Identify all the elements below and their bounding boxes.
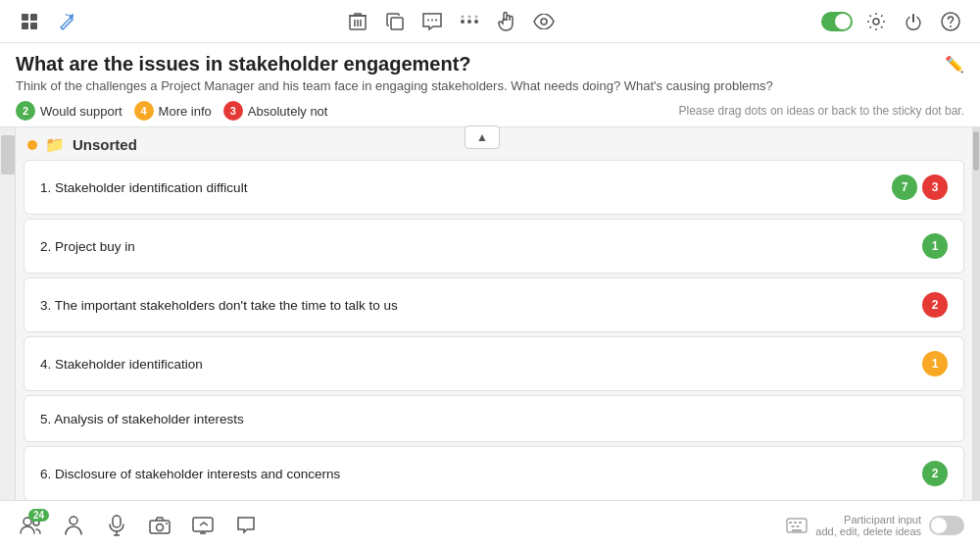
idea-card-1[interactable]: 1. Stakeholder identification difficult … — [24, 160, 964, 215]
svg-point-19 — [474, 20, 478, 24]
participant-input-toggle[interactable] — [929, 516, 964, 535]
svg-point-24 — [873, 19, 879, 25]
wand-icon[interactable] — [53, 8, 80, 35]
idea-badge-green-2: 1 — [922, 233, 948, 259]
mic-icon[interactable] — [102, 511, 131, 540]
copy-icon[interactable] — [381, 8, 409, 35]
toolbar-left — [16, 8, 80, 35]
svg-line-6 — [69, 15, 70, 17]
idea-card-3[interactable]: 3. The important stakeholders don't take… — [24, 277, 964, 332]
tag-dot-would-support: 2 — [16, 101, 35, 121]
grid-icon[interactable] — [16, 8, 43, 35]
svg-point-34 — [157, 524, 164, 530]
svg-point-23 — [541, 19, 547, 25]
question-title: What are the issues in stakeholder engag… — [16, 53, 471, 75]
svg-rect-45 — [792, 529, 802, 531]
idea-badge-green-1: 7 — [892, 175, 917, 200]
svg-rect-3 — [30, 23, 37, 29]
svg-rect-43 — [792, 525, 795, 527]
left-sidebar — [0, 127, 16, 506]
svg-rect-30 — [113, 516, 121, 527]
svg-rect-40 — [789, 522, 792, 524]
svg-point-22 — [475, 15, 478, 18]
active-toggle[interactable] — [821, 12, 853, 31]
svg-point-35 — [166, 523, 168, 524]
idea-badge-green-6: 2 — [922, 461, 948, 486]
tag-would-support[interactable]: 2 Would support — [16, 101, 122, 121]
idea-badge-red-3: 2 — [922, 292, 948, 318]
power-icon[interactable] — [900, 8, 927, 35]
svg-point-15 — [431, 19, 433, 21]
eye-icon[interactable] — [530, 8, 558, 35]
svg-rect-44 — [797, 525, 800, 527]
hand-icon[interactable] — [493, 8, 520, 35]
svg-point-17 — [461, 20, 465, 24]
question-title-row: What are the issues in stakeholder engag… — [16, 53, 964, 75]
svg-rect-41 — [794, 522, 797, 524]
svg-rect-1 — [30, 14, 37, 21]
idea-card-5[interactable]: 5. Analysis of stakeholder interests — [24, 395, 964, 442]
idea-text-6: 6. Disclosure of stakeholder interests a… — [40, 467, 340, 481]
tag-label-more-info: More info — [159, 104, 212, 119]
ideas-section: 📁 Unsorted 1. Stakeholder identification… — [16, 127, 972, 506]
main-content: 📁 Unsorted 1. Stakeholder identification… — [0, 127, 980, 506]
svg-rect-42 — [799, 522, 802, 524]
idea-badge-yellow-4: 1 — [922, 351, 948, 376]
section-dot — [27, 140, 37, 150]
toolbar-center — [344, 8, 558, 35]
drag-hint: Please drag dots on ideas or back to the… — [678, 104, 964, 118]
toggle-knob — [931, 518, 947, 533]
idea-badges-6: 2 — [922, 461, 948, 486]
tag-dot-more-info: 4 — [134, 101, 154, 121]
bottom-toolbar: 24 — [0, 500, 980, 549]
question-header: What are the issues in stakeholder engag… — [0, 43, 980, 127]
more-dots-icon[interactable] — [456, 8, 483, 35]
comment-icon[interactable] — [231, 511, 261, 540]
idea-card-2[interactable]: 2. Project buy in 1 — [24, 219, 964, 274]
idea-text-1: 1. Stakeholder identification difficult — [40, 180, 247, 195]
svg-point-26 — [950, 25, 952, 27]
help-icon[interactable] — [937, 8, 964, 35]
tag-label-would-support: Would support — [40, 104, 122, 119]
idea-text-4: 4. Stakeholder identification — [40, 357, 203, 372]
svg-point-18 — [467, 20, 471, 24]
idea-card-6[interactable]: 6. Disclosure of stakeholder interests a… — [24, 446, 964, 501]
question-tags-row: 2 Would support 4 More info 3 Absolutely… — [16, 101, 964, 121]
question-subtitle: Think of the challenges a Project Manage… — [16, 78, 964, 93]
camera-icon[interactable] — [145, 511, 174, 540]
top-toolbar — [0, 0, 980, 43]
toolbar-right — [821, 8, 964, 35]
svg-rect-13 — [391, 18, 403, 29]
idea-badges-3: 2 — [922, 292, 948, 318]
idea-text-3: 3. The important stakeholders don't take… — [40, 298, 398, 313]
chat-icon[interactable] — [418, 8, 446, 35]
participant-count: 24 — [28, 509, 49, 522]
tag-more-info[interactable]: 4 More info — [134, 101, 212, 121]
participants-icon[interactable]: 24 — [16, 511, 45, 540]
right-scrollbar[interactable] — [972, 127, 980, 506]
delete-icon[interactable] — [344, 8, 371, 35]
svg-point-21 — [468, 15, 471, 18]
svg-rect-2 — [22, 23, 28, 29]
folder-icon: 📁 — [45, 135, 65, 154]
tag-absolutely-not[interactable]: 3 Absolutely not — [223, 101, 328, 121]
collapse-icon: ▲ — [476, 130, 488, 144]
edit-icon[interactable]: ✏️ — [945, 55, 964, 74]
keyboard-icon — [786, 517, 808, 534]
collapse-button[interactable]: ▲ — [465, 125, 500, 149]
tag-label-absolutely-not: Absolutely not — [248, 104, 328, 119]
idea-card-4[interactable]: 4. Stakeholder identification 1 — [24, 336, 964, 391]
gear-icon[interactable] — [862, 8, 890, 35]
section-label: Unsorted — [73, 136, 137, 153]
participant-input-section: Participant input add, edit, delete idea… — [786, 514, 964, 537]
svg-rect-0 — [22, 14, 28, 21]
bottom-left: 24 — [16, 511, 261, 540]
idea-text-2: 2. Project buy in — [40, 239, 135, 254]
idea-badges-2: 1 — [922, 233, 948, 259]
person-icon[interactable] — [59, 511, 88, 540]
idea-text-5: 5. Analysis of stakeholder interests — [40, 412, 244, 426]
screen-icon[interactable] — [188, 511, 218, 540]
sidebar-tab[interactable] — [1, 135, 15, 175]
svg-rect-36 — [193, 518, 213, 531]
tag-dot-absolutely-not: 3 — [223, 101, 243, 121]
